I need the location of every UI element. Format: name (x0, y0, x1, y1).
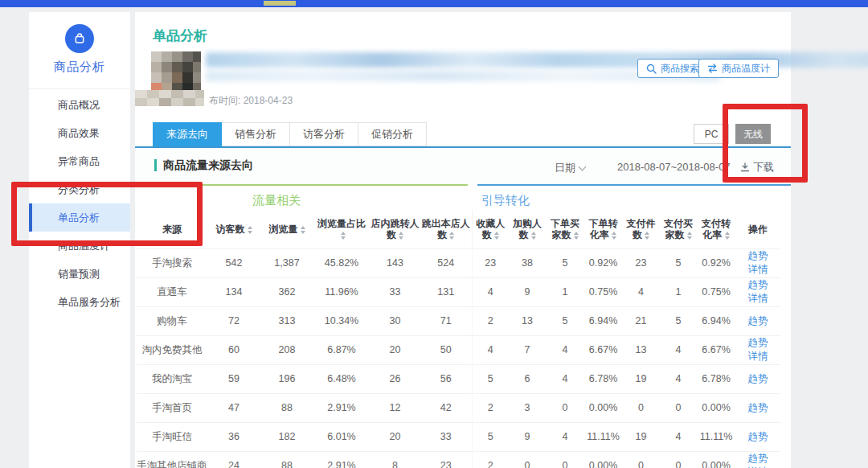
value-cell: 1 (546, 277, 584, 306)
group-header-traffic: 流量相关 (207, 186, 472, 210)
search-icon (646, 64, 657, 74)
value-cell: 0.92% (697, 248, 735, 277)
sort-icon[interactable] (612, 232, 616, 240)
group-header-row: 流量相关 引导转化 (137, 186, 780, 210)
trend-link[interactable]: 趋势 (748, 337, 768, 348)
actions-cell: 趋势详情 (735, 248, 780, 277)
sort-icon[interactable] (645, 232, 649, 240)
tab-sales-analysis[interactable]: 销售分析 (222, 122, 290, 146)
browser-topbar (0, 0, 868, 7)
tab-source-destination[interactable]: 来源去向 (153, 122, 222, 146)
value-cell: 33 (420, 422, 472, 451)
sidebar-item-label: 商品温度计 (58, 240, 110, 252)
column-header-1[interactable]: 访客数 (207, 210, 260, 248)
table-row: 手淘首页47882.91%12422300.00%000.00%趋势 (137, 393, 780, 422)
date-filter[interactable]: 日期 (555, 161, 585, 175)
column-header-9[interactable]: 下单转化率 (584, 210, 622, 248)
value-cell: 7 (509, 335, 546, 364)
column-header-11[interactable]: 支付买家数 (660, 210, 697, 248)
value-cell: 60 (207, 335, 260, 364)
column-header-7[interactable]: 加购人数 (509, 210, 546, 248)
device-toggle-pc[interactable]: PC (694, 124, 729, 144)
value-cell: 208 (260, 335, 313, 364)
value-cell: 5 (660, 248, 697, 277)
value-cell: 2.91% (313, 393, 370, 422)
value-cell: 5 (546, 248, 584, 277)
sidebar-title: 商品分析 (29, 60, 130, 75)
detail-link[interactable]: 详情 (748, 351, 768, 362)
sort-icon[interactable] (531, 232, 536, 240)
value-cell: 182 (260, 422, 313, 451)
chevron-down-icon (579, 162, 587, 170)
sidebar-item-sales-forecast[interactable]: 销量预测 (29, 260, 130, 288)
trend-link[interactable]: 趋势 (748, 431, 768, 442)
trend-link[interactable]: 趋势 (748, 373, 768, 384)
product-thermometer-label: 商品温度计 (722, 62, 770, 76)
sort-icon[interactable] (341, 232, 346, 240)
product-search-button[interactable]: 商品搜索 (637, 59, 708, 78)
sidebar-item-abnormal-products[interactable]: 异常商品 (29, 147, 130, 175)
trend-link[interactable]: 趋势 (748, 279, 768, 290)
sort-icon[interactable] (494, 232, 499, 240)
trend-link[interactable]: 趋势 (748, 315, 768, 326)
sort-icon[interactable] (574, 232, 579, 240)
sidebar-item-product-thermometer[interactable]: 商品温度计 (29, 232, 130, 260)
value-cell: 6.67% (584, 335, 622, 364)
column-header-4[interactable]: 店内跳转人数 (370, 210, 420, 248)
sidebar-item-product-effect[interactable]: 商品效果 (29, 119, 130, 147)
value-cell: 5 (660, 306, 697, 335)
tab-promotion-analysis[interactable]: 促销分析 (358, 122, 427, 146)
source-cell: 手淘首页 (137, 393, 207, 422)
column-header-3[interactable]: 浏览量占比 (313, 210, 370, 248)
sort-icon[interactable] (725, 232, 730, 240)
value-cell: 11.11% (584, 422, 622, 451)
source-cell: 手淘旺信 (137, 422, 207, 451)
value-cell: 59 (207, 364, 260, 393)
actions-cell: 趋势 (735, 422, 780, 451)
table-row: 手淘搜索5421,38745.82%143524233850.92%2350.9… (137, 248, 780, 277)
product-thermometer-button[interactable]: 商品温度计 (698, 59, 779, 78)
group-header-blank (137, 186, 207, 210)
sort-icon[interactable] (399, 232, 403, 240)
download-button[interactable]: 下载 (740, 160, 774, 174)
sort-icon[interactable] (248, 226, 252, 234)
value-cell: 0 (546, 393, 584, 422)
column-label: 店内跳转人数 (371, 218, 420, 240)
sidebar-item-single-product-analysis[interactable]: 单品分析 (29, 203, 130, 232)
trend-link[interactable]: 趋势 (748, 453, 768, 464)
screen: 商品分析 商品概况 商品效果 异常商品 分类分析 单品分析 商品温度计 销量预测… (0, 0, 868, 468)
sort-icon[interactable] (687, 232, 692, 240)
trend-link[interactable]: 趋势 (748, 402, 768, 413)
sidebar-item-category-analysis[interactable]: 分类分析 (29, 175, 130, 203)
sidebar-item-single-product-service[interactable]: 单品服务分析 (29, 288, 130, 316)
value-cell: 6 (509, 364, 546, 393)
caption-mosaic (135, 90, 204, 106)
column-header-8[interactable]: 下单买家数 (546, 210, 584, 248)
device-toggle-wireless[interactable]: 无线 (735, 124, 771, 144)
value-cell: 0 (546, 451, 584, 468)
tab-visitor-analysis[interactable]: 访客分析 (290, 122, 358, 146)
column-header-12[interactable]: 支付转化率 (697, 210, 735, 248)
column-header-row: 来源访客数浏览量浏览量占比店内跳转人数跳出本店人数收藏人数加购人数下单买家数下单… (137, 210, 780, 248)
value-cell: 0.00% (584, 451, 622, 468)
sidebar-item-label: 商品效果 (58, 127, 100, 139)
value-cell: 0.75% (697, 277, 735, 306)
value-cell: 19 (622, 422, 660, 451)
column-header-2[interactable]: 浏览量 (260, 210, 313, 248)
source-cell: 手淘搜索 (137, 248, 207, 277)
sidebar-item-label: 单品服务分析 (58, 296, 121, 308)
column-header-10[interactable]: 支付件数 (622, 210, 660, 248)
value-cell: 196 (260, 364, 313, 393)
sidebar-item-product-overview[interactable]: 商品概况 (29, 91, 130, 119)
value-cell: 10.34% (313, 306, 370, 335)
column-header-6[interactable]: 收藏人数 (472, 210, 509, 248)
detail-link[interactable]: 详情 (748, 264, 768, 275)
column-header-5[interactable]: 跳出本店人数 (420, 210, 472, 248)
sort-icon[interactable] (449, 232, 454, 240)
sort-icon[interactable] (301, 226, 305, 234)
value-cell: 313 (260, 306, 313, 335)
trend-link[interactable]: 趋势 (748, 250, 768, 261)
table-row: 购物车7231310.34%307121356.94%2156.94%趋势 (137, 306, 780, 335)
value-cell: 71 (420, 306, 472, 335)
detail-link[interactable]: 详情 (748, 293, 768, 304)
